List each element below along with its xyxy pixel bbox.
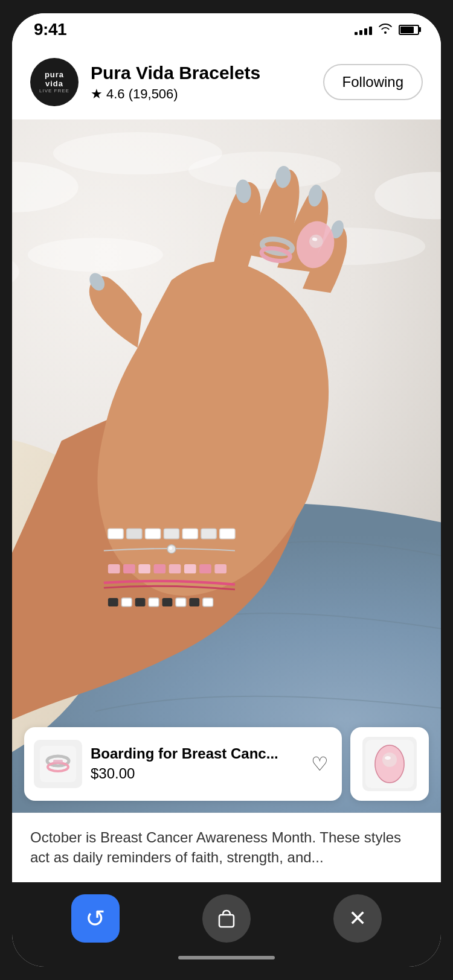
description-text: October is Breast Cancer Awareness Month…	[30, 827, 423, 868]
heart-icon: ♡	[311, 753, 329, 775]
product-price: $30.00	[91, 765, 299, 782]
product-cards-overlay: Boarding for Breast Canc... $30.00 ♡	[12, 715, 441, 813]
refresh-icon: ↺	[85, 906, 106, 931]
svg-rect-36	[108, 598, 118, 606]
svg-rect-33	[184, 564, 196, 573]
product-image-bg: Boarding for Breast Canc... $30.00 ♡	[12, 119, 441, 813]
svg-point-27	[169, 547, 173, 550]
svg-rect-39	[149, 598, 159, 606]
svg-rect-28	[108, 564, 120, 573]
wifi-icon	[378, 23, 393, 37]
wishlist-button[interactable]: ♡	[307, 749, 332, 779]
svg-rect-40	[162, 598, 173, 606]
status-icons	[355, 23, 419, 37]
store-header: puravida LIVE FREE Pura Vida Bracelets ★…	[12, 46, 441, 119]
svg-rect-32	[169, 564, 181, 573]
close-icon: ✕	[349, 908, 367, 929]
svg-rect-23	[182, 529, 198, 539]
hand-illustration	[12, 119, 441, 813]
svg-rect-53	[219, 915, 234, 927]
svg-rect-35	[214, 564, 226, 573]
signal-icon	[355, 24, 372, 35]
product-info-main: Boarding for Breast Canc... $30.00	[91, 745, 299, 782]
svg-rect-43	[203, 598, 213, 606]
svg-rect-41	[176, 598, 186, 606]
svg-rect-47	[53, 760, 63, 763]
svg-rect-22	[164, 529, 179, 539]
bag-icon	[214, 906, 239, 931]
svg-rect-29	[123, 564, 135, 573]
svg-rect-42	[189, 598, 199, 606]
svg-rect-25	[220, 529, 235, 539]
store-info: Pura Vida Bracelets ★ 4.6 (19,506)	[91, 62, 311, 102]
status-time: 9:41	[34, 20, 66, 39]
svg-point-51	[385, 756, 391, 760]
product-card-main[interactable]: Boarding for Breast Canc... $30.00 ♡	[24, 727, 342, 801]
product-image-area: Boarding for Breast Canc... $30.00 ♡	[12, 119, 441, 813]
product-thumb-main	[34, 740, 82, 788]
product-thumb-small	[362, 737, 417, 791]
svg-rect-19	[108, 529, 123, 539]
store-rating: ★ 4.6 (19,506)	[91, 86, 311, 102]
svg-rect-38	[135, 598, 146, 606]
svg-point-6	[28, 238, 163, 272]
refresh-button[interactable]: ↺	[71, 894, 120, 943]
battery-icon	[399, 25, 419, 35]
svg-rect-31	[154, 564, 166, 573]
svg-point-50	[382, 752, 397, 767]
bottom-bar: ↺ ✕	[12, 882, 441, 967]
product-title: Boarding for Breast Canc...	[91, 745, 299, 763]
svg-rect-34	[199, 564, 211, 573]
rating-value: 4.6 (19,506)	[106, 86, 178, 102]
content-area: puravida LIVE FREE Pura Vida Bracelets ★…	[12, 46, 441, 882]
description-area: October is Breast Cancer Awareness Month…	[12, 813, 441, 882]
close-button[interactable]: ✕	[333, 894, 382, 943]
svg-rect-20	[127, 529, 142, 539]
store-logo: puravida LIVE FREE	[30, 58, 79, 106]
svg-rect-30	[138, 564, 150, 573]
svg-rect-21	[146, 529, 161, 539]
bag-button[interactable]	[202, 894, 251, 943]
store-name: Pura Vida Bracelets	[91, 62, 311, 84]
phone-shell: 9:41	[12, 13, 441, 967]
star-icon: ★	[91, 86, 103, 102]
svg-point-3	[188, 151, 341, 189]
product-card-small[interactable]	[350, 727, 429, 801]
svg-rect-37	[121, 598, 132, 606]
follow-button[interactable]: Following	[323, 64, 423, 100]
svg-rect-24	[201, 529, 216, 539]
status-bar: 9:41	[12, 13, 441, 46]
home-indicator	[178, 956, 275, 959]
